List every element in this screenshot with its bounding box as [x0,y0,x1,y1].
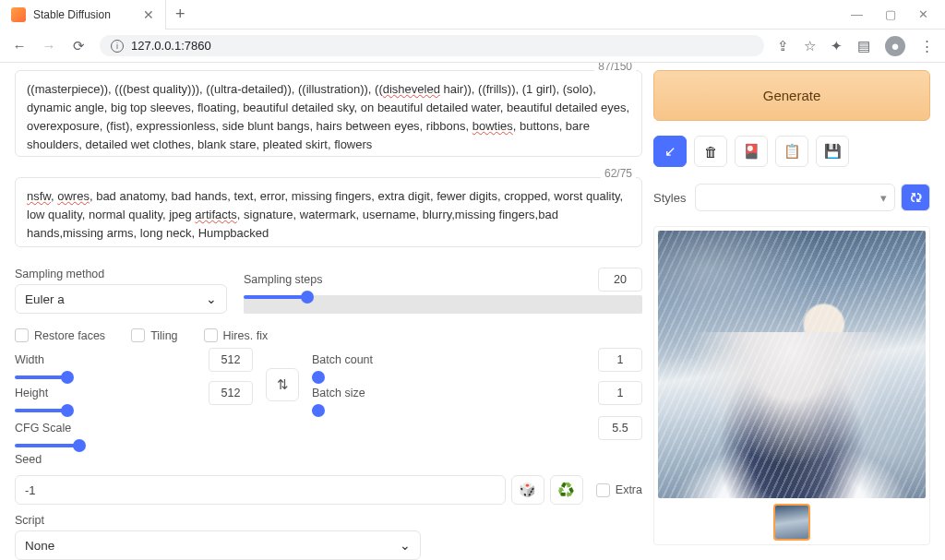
url-text: 127.0.0.1:7860 [131,39,211,53]
address-bar[interactable]: i 127.0.0.1:7860 [100,35,764,56]
negative-token-count: 62/75 [601,165,636,183]
refresh-styles-button[interactable]: 🗘 [901,184,930,211]
seed-label: Seed [15,453,642,466]
batch-size-value[interactable]: 1 [598,381,642,405]
height-value[interactable]: 512 [209,381,253,405]
chevron-down-icon: ⌄ [400,538,411,553]
negative-prompt-text: nsfw, owres, bad anatomy, bad hands, tex… [27,189,623,240]
palette-button[interactable]: 🎴 [735,136,768,167]
random-seed-button[interactable]: 🎲 [511,475,544,505]
generated-image[interactable] [658,231,926,498]
swap-dimensions-button[interactable]: ⇅ [266,368,299,401]
styles-select[interactable]: ▾ [695,184,895,211]
batch-count-value[interactable]: 1 [598,348,642,372]
width-label: Width [15,353,44,366]
titlebar: Stable Diffusion ✕ + — ▢ ✕ [0,0,945,30]
minimize-icon[interactable]: — [851,7,863,21]
sampling-steps-slider[interactable] [244,295,642,314]
extensions-icon[interactable]: ✦ [831,38,843,54]
tab-title: Stable Diffusion [33,8,111,21]
sampling-method-label: Sampling method [15,268,227,280]
maximize-icon[interactable]: ▢ [885,7,896,21]
reload-button[interactable]: ⟳ [70,38,87,54]
batch-size-label: Batch size [312,387,365,399]
reuse-seed-button[interactable]: ♻️ [550,475,583,505]
site-info-icon[interactable]: i [111,40,124,53]
width-value[interactable]: 512 [209,348,253,372]
script-value: None [25,539,54,553]
prompt-textarea[interactable]: 87/150 ((masterpiece)), (((best quality)… [15,70,642,157]
script-label: Script [15,514,642,527]
chevron-down-icon: ⌄ [206,292,217,306]
bookmark-icon[interactable]: ☆ [804,38,816,54]
thumbnail[interactable] [773,504,810,541]
close-window-icon[interactable]: ✕ [918,7,928,21]
action-icon-row: ↙ 🗑 🎴 📋 💾 [653,136,930,167]
chevron-down-icon: ▾ [880,191,887,205]
sidepanel-icon[interactable]: ▤ [857,38,870,54]
back-button[interactable]: ← [11,38,28,54]
sampling-method-select[interactable]: Euler a ⌄ [15,284,227,314]
profile-avatar[interactable]: ● [885,36,905,56]
clipboard-button[interactable]: 📋 [775,136,808,167]
extra-checkbox[interactable]: Extra [596,483,642,497]
sampling-steps-label: Sampling steps [244,273,322,286]
height-label: Height [15,387,48,399]
tab-close-icon[interactable]: ✕ [143,7,154,22]
batch-count-label: Batch count [312,353,373,366]
prompt-token-count: 87/150 [594,63,636,76]
arrow-action-button[interactable]: ↙ [653,136,687,167]
forward-button[interactable]: → [41,38,57,54]
output-preview: ✕ [653,226,930,545]
prompt-text: ((masterpiece)), (((best quality))), ((u… [27,82,629,151]
new-tab-button[interactable]: + [166,5,195,24]
restore-faces-checkbox[interactable]: Restore faces [15,328,105,342]
script-select[interactable]: None ⌄ [15,530,421,560]
cfg-label: CFG Scale [15,422,71,435]
window-controls: — ▢ ✕ [851,7,945,21]
generate-button[interactable]: Generate [653,70,930,121]
negative-prompt-textarea[interactable]: 62/75 nsfw, owres, bad anatomy, bad hand… [15,177,642,247]
styles-label: Styles [653,191,686,205]
browser-tab[interactable]: Stable Diffusion ✕ [0,0,166,30]
tab-favicon [11,7,26,22]
cfg-value[interactable]: 5.5 [598,416,642,440]
menu-icon[interactable]: ⋮ [920,38,934,54]
share-icon[interactable]: ⇪ [777,38,789,54]
urlbar: ← → ⟳ i 127.0.0.1:7860 ⇪ ☆ ✦ ▤ ● ⋮ [0,30,945,63]
sampling-method-value: Euler a [25,292,65,306]
save-button[interactable]: 💾 [816,136,849,167]
tiling-checkbox[interactable]: Tiling [131,328,177,342]
seed-input[interactable]: -1 [15,475,506,505]
hires-fix-checkbox[interactable]: Hires. fix [204,328,269,342]
trash-button[interactable]: 🗑 [694,136,727,167]
sampling-steps-value[interactable]: 20 [598,268,642,292]
